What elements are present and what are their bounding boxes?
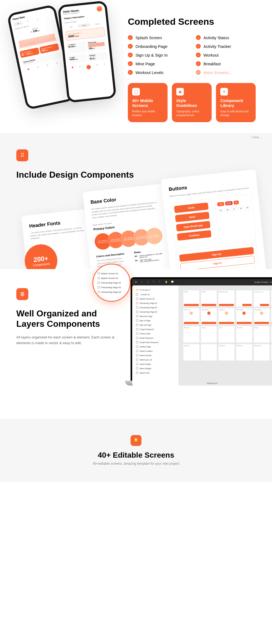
- frame-icon: [136, 346, 138, 348]
- nav-dot: [47, 64, 48, 66]
- figma-screen-thumb: Select Height: [236, 308, 252, 325]
- nav-dot: [37, 66, 39, 68]
- comment-icon: 💬: [171, 281, 174, 284]
- frame-icon: [136, 298, 138, 300]
- email-button: Open Email App: [176, 221, 211, 231]
- zoom-layer-item: Splash Screen 02: [96, 276, 127, 281]
- section-editable-screens: 💡 40+ Editable Screens 45+editable scree…: [0, 419, 272, 482]
- component-icon: ✦: [220, 88, 228, 95]
- challenge-card: New Challenge 🔥 ⚡ 5000 Steps: [65, 27, 105, 41]
- organized-desc: All layers organized for each screen & e…: [16, 335, 117, 346]
- figma-screen-thumb: Select Locat...: [183, 308, 199, 325]
- check-icon: ✓: [196, 61, 201, 66]
- bpm-value: 109: [32, 29, 38, 33]
- zoom-layer-item: Onboarding Page 03: [96, 290, 127, 294]
- figma-screen-thumb: Mine Page: [183, 326, 199, 343]
- completed-title: Completed Screens: [128, 16, 256, 27]
- frame-icon: [136, 319, 138, 322]
- frame-icon: [98, 282, 100, 284]
- layer-item: Forgot Password: [134, 327, 176, 331]
- check-item: ✓Mine Page: [128, 61, 188, 66]
- swatch: Hex: #FDE5DDRGB: 248 205 167: [145, 227, 163, 245]
- nav-dot: [79, 66, 81, 68]
- zoom-layer-item: Onboarding Page 01: [96, 281, 127, 285]
- check-icon: ✓: [128, 53, 133, 57]
- frame-icon: [136, 311, 138, 313]
- frame-icon: [136, 372, 138, 374]
- steps-stat: 👟 Steps 1409steps: [68, 54, 88, 64]
- grid-icon: ⠿: [16, 149, 28, 161]
- frame-icon: [136, 302, 138, 304]
- frame-icon: [136, 306, 138, 309]
- section-organized-layers: ≣ Well Organized and Layers Components A…: [0, 269, 272, 419]
- tab-w: W: [23, 19, 33, 24]
- figma-screen-thumb: ATM Location: [254, 344, 270, 360]
- zoom-circle: Splash Screen 01 Splash Screen 02 Onboar…: [92, 264, 131, 302]
- check-item: ✓Breakfast: [196, 61, 256, 66]
- stat-avg: Average heart rate 109 bpm: [39, 43, 59, 54]
- section-design-components: Comp... ⠿ Include Design Components Head…: [0, 133, 272, 269]
- check-item: ✓Workout: [196, 53, 256, 57]
- check-item: ✓Activity Tracker: [196, 44, 256, 49]
- stat-range: Heart rate range 81 – 137 bpm: [20, 47, 40, 58]
- feature-cards: ▢ 40+ Mobile Screens Perfect size mobile…: [128, 83, 256, 122]
- frame-icon: [136, 328, 138, 330]
- mobile-icon: ▢: [132, 88, 140, 95]
- send-button: Send: [175, 212, 209, 222]
- layer-item: Onboarding Page 02: [134, 305, 176, 310]
- figma-screen-thumb: [236, 290, 252, 307]
- weight-stat: ⚖ Weight Weight record 56.5kg: [88, 51, 108, 61]
- check-item: ✓Activity Status: [196, 35, 256, 40]
- frame-icon: [98, 272, 100, 275]
- figma-screen-thumb: Select your ...: [218, 308, 234, 325]
- layer-item: Splash Screen 02: [134, 297, 176, 301]
- heartrate-stat: ❤ Heart Rate 109bpm: [86, 39, 107, 51]
- layer-item: Welcome Page: [134, 314, 176, 318]
- check-item: ✓Splash Screen: [128, 35, 188, 40]
- check-icon: ✓: [128, 61, 133, 66]
- nav-dot: [72, 67, 74, 69]
- frame-icon: [136, 324, 138, 326]
- figma-screen-thumb: Workout Sc...: [236, 344, 252, 360]
- layer-item: Verified Page: [134, 344, 176, 349]
- nav-center: [86, 65, 91, 70]
- figma-screen-thumb: Select Weight: [254, 308, 270, 325]
- check-icon: ✓: [196, 70, 201, 75]
- frame-icon: [136, 332, 138, 335]
- checklist: ✓Splash Screen ✓Activity Status ✓Onboard…: [128, 35, 256, 75]
- verify-button: Verify: [174, 202, 209, 213]
- nav-dot: [103, 63, 105, 65]
- check-icon: ✓: [128, 70, 133, 75]
- layer-item: Select Goal: [134, 371, 176, 375]
- continue-button: Continue: [177, 230, 211, 241]
- figma-screen-thumb: Activity Tra...: [183, 344, 199, 360]
- figma-screen-thumb: FITNEX: [201, 290, 217, 307]
- editable-title: 40+ Editable Screens: [16, 451, 256, 460]
- tab-y: Y: [43, 15, 52, 20]
- check-icon: ✓: [128, 44, 133, 49]
- frame-icon: [136, 350, 138, 352]
- figma-screen-thumb: Workout Se...: [218, 344, 234, 360]
- check-icon: ✓: [196, 53, 201, 57]
- figma-screen-thumb: Steps: [218, 326, 234, 343]
- frame-icon: [98, 277, 100, 279]
- design-sheets: Header Fonts ...ent styles of our produc…: [27, 182, 272, 269]
- nav-dot: [96, 64, 98, 66]
- frame-icon: [136, 354, 138, 356]
- check-icon: ✓: [128, 35, 133, 40]
- feature-card: ▢ 40+ Mobile Screens Perfect size mobile…: [128, 83, 168, 122]
- phone-2: Hello Hasan, Ready for challenge? Today'…: [58, 1, 117, 103]
- tab-d: D: [14, 21, 23, 26]
- check-item-more: ✓More Screens...: [196, 70, 256, 75]
- phone-mockups: Heart Rate D W M Y January 30, 2023 ▼ 4:…: [16, 11, 120, 114]
- frame-icon: [136, 359, 138, 361]
- calories-stat: 🔥 Calories 30.34kcal: [66, 41, 86, 53]
- frame-icon: [136, 367, 138, 369]
- frame-icon: [136, 315, 138, 317]
- frame-icon: [98, 286, 100, 288]
- pill: 10.25: [225, 201, 233, 205]
- layer-item: Select Location: [134, 349, 176, 353]
- laptop-mockup: ◉ ↖ ▢ ✎ T ✋ 💬 Drafts FITNEX - Fitness Mo…: [131, 277, 272, 386]
- figma-screen-thumb: [201, 344, 217, 360]
- frame-icon: [98, 291, 100, 293]
